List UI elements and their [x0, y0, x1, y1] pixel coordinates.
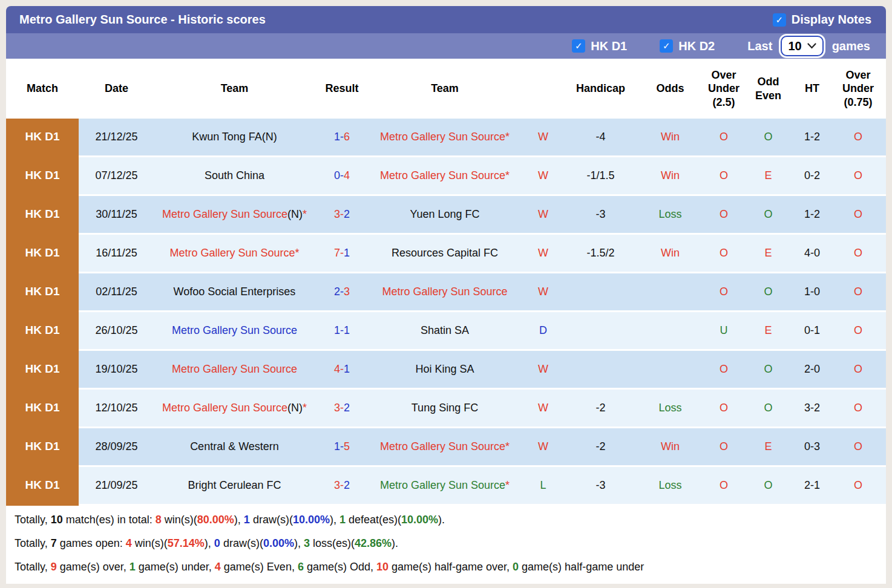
text-segment: 2	[344, 208, 350, 220]
odds-cell	[635, 351, 705, 390]
text-segment: 2	[344, 479, 350, 491]
text-segment: 3	[304, 537, 310, 549]
text-segment: *	[505, 479, 510, 491]
table-row: HK D1 02/11/25 Wofoo Social Enterprises …	[6, 273, 886, 312]
match-league-cell: HK D1	[6, 467, 79, 506]
col-wdl	[520, 59, 566, 119]
hk-d1-checkbox[interactable]: ✓	[572, 39, 585, 53]
text-segment: O	[854, 131, 862, 143]
result-cell: 0-4	[315, 157, 369, 196]
odd-even-cell: O	[743, 273, 794, 312]
last-games-value: 10	[788, 39, 801, 53]
col-away-team: Team	[369, 59, 520, 119]
historic-scores-table: Match Date Team Result Team Handicap Odd…	[6, 59, 886, 506]
text-segment: 10	[376, 561, 389, 573]
league-filter-hk-d2[interactable]: ✓ HK D2	[660, 39, 715, 53]
home-team-cell: Metro Gallery Sun Source(N)*	[154, 390, 315, 428]
match-league-cell: HK D1	[6, 428, 79, 467]
text-segment: 2	[344, 402, 350, 414]
date-cell: 21/09/25	[79, 467, 154, 506]
text-segment: O	[720, 247, 728, 259]
handicap-cell	[566, 351, 635, 390]
handicap-cell: -2	[566, 390, 635, 428]
display-notes-checkbox[interactable]: ✓	[773, 13, 786, 27]
text-segment: E	[764, 247, 772, 259]
col-odd-even: Odd Even	[743, 59, 794, 119]
over-under-25-cell: O	[705, 157, 743, 196]
text-segment: Win	[661, 131, 680, 143]
hk-d2-label: HK D2	[678, 39, 715, 53]
ht-cell: 2-0	[794, 351, 830, 390]
away-team-cell: Tung Sing FC	[369, 390, 520, 428]
over-under-25-cell: O	[705, 390, 743, 428]
over-under-075-cell: O	[830, 467, 886, 506]
over-under-075-cell: O	[830, 119, 886, 157]
text-segment: O	[854, 169, 862, 181]
text-segment: O	[720, 363, 728, 375]
games-label: games	[832, 39, 870, 53]
text-segment: 10.00%	[401, 514, 438, 526]
table-row: HK D1 21/09/25 Bright Cerulean FC 3-2 Me…	[6, 467, 886, 506]
over-under-075-cell: O	[830, 273, 886, 312]
text-segment: 3	[344, 286, 350, 298]
text-segment: Metro Gallery Sun Source	[162, 208, 287, 220]
summary: Totally, 10 match(es) in total: 8 win(s)…	[6, 506, 886, 584]
text-segment: 10	[51, 514, 63, 526]
handicap-cell: -3	[566, 467, 635, 506]
result-cell: 1-5	[315, 428, 369, 467]
text-segment: O	[854, 286, 862, 298]
text-segment: W	[538, 208, 548, 220]
odds-cell: Win	[635, 119, 705, 157]
text-segment: 0	[214, 537, 220, 549]
text-segment: game(s) over,	[57, 561, 130, 573]
over-under-25-cell: O	[705, 467, 743, 506]
text-segment: O	[764, 286, 772, 298]
handicap-cell	[566, 273, 635, 312]
date-cell: 28/09/25	[79, 428, 154, 467]
table-row: HK D1 21/12/25 Kwun Tong FA(N) 1-6 Metro…	[6, 119, 886, 157]
text-segment: Tung Sing FC	[412, 402, 478, 414]
handicap-cell: -1/1.5	[566, 157, 635, 196]
text-segment: Bright Cerulean FC	[188, 479, 281, 491]
chevron-down-icon	[807, 43, 816, 49]
text-segment: O	[764, 208, 772, 220]
text-segment: Totally,	[15, 561, 51, 573]
match-league-cell: HK D1	[6, 351, 79, 390]
col-home-team: Team	[154, 59, 315, 119]
wdl-cell: W	[520, 119, 566, 157]
result-cell: 7-1	[315, 235, 369, 273]
text-segment: Totally,	[15, 514, 51, 526]
over-under-25-cell: O	[705, 273, 743, 312]
text-segment: 57.14%	[168, 537, 205, 549]
text-segment: O	[720, 479, 728, 491]
last-games-select[interactable]: 10	[781, 36, 823, 56]
ht-cell: 2-1	[794, 467, 830, 506]
history-table-body: HK D1 21/12/25 Kwun Tong FA(N) 1-6 Metro…	[6, 119, 886, 506]
result-cell: 4-1	[315, 351, 369, 390]
away-team-cell: Metro Gallery Sun Source*	[369, 119, 520, 157]
odd-even-cell: O	[743, 390, 794, 428]
text-segment: D	[539, 324, 547, 336]
table-row: HK D1 19/10/25 Metro Gallery Sun Source …	[6, 351, 886, 390]
away-team-cell: Yuen Long FC	[369, 196, 520, 235]
text-segment: O	[720, 131, 728, 143]
text-segment: *	[505, 131, 510, 143]
match-league-cell: HK D1	[6, 157, 79, 196]
handicap-cell: -3	[566, 196, 635, 235]
league-filter-hk-d1[interactable]: ✓ HK D1	[572, 39, 627, 53]
check-icon: ✓	[663, 41, 671, 51]
text-segment: Metro Gallery Sun Source	[172, 363, 297, 375]
text-segment: O	[854, 247, 862, 259]
odds-cell	[635, 312, 705, 351]
text-segment: Metro Gallery Sun Source	[380, 169, 505, 181]
date-cell: 19/10/25	[79, 351, 154, 390]
display-notes-toggle[interactable]: ✓ Display Notes	[773, 13, 871, 27]
text-segment: O	[720, 440, 728, 452]
over-under-075-cell: O	[830, 428, 886, 467]
text-segment: Loss	[658, 402, 681, 414]
away-team-cell: Shatin SA	[369, 312, 520, 351]
text-segment: Loss	[658, 208, 681, 220]
hk-d2-checkbox[interactable]: ✓	[660, 39, 673, 53]
col-handicap: Handicap	[566, 59, 635, 119]
date-cell: 07/12/25	[79, 157, 154, 196]
